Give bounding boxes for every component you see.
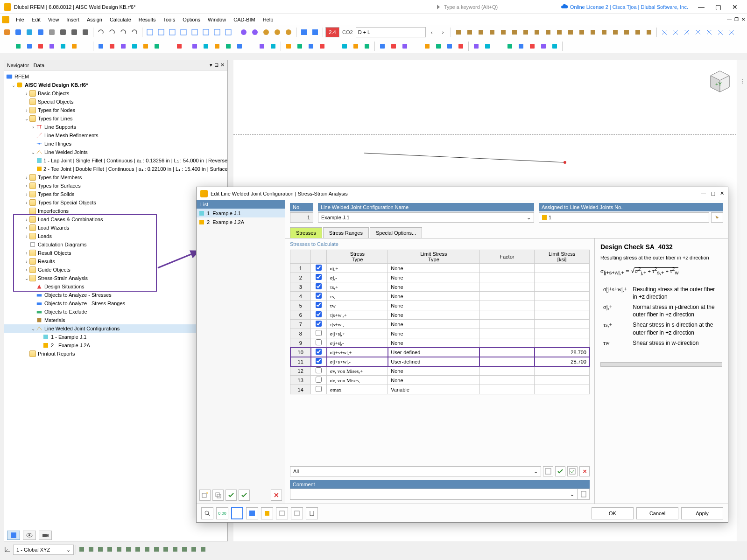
table-row[interactable]: 11σ|j+s+w|,-User-defined28.700 (290, 357, 590, 366)
toolbar1-res-3[interactable] (487, 27, 497, 37)
row-checkbox[interactable] (316, 274, 322, 280)
pick-joints-button[interactable] (711, 212, 723, 223)
table-row[interactable]: 4τs,-None (290, 292, 590, 301)
row-checkbox[interactable] (316, 293, 322, 299)
assigned-joints-field[interactable]: 1 (539, 212, 709, 223)
row-checkbox[interactable] (316, 302, 322, 308)
toolbar2-btn-39[interactable] (456, 41, 466, 51)
comment-lib-button[interactable] (577, 489, 589, 499)
footer-script-button[interactable] (306, 507, 318, 519)
config-name-select[interactable]: Example J.1⌄ (318, 212, 534, 223)
toolbar2-btn-29[interactable] (339, 41, 350, 51)
tab-stress-ranges[interactable]: Stress Ranges (323, 227, 369, 238)
coord-icon[interactable] (4, 546, 11, 554)
tree-item[interactable]: ›Types for Surfaces (4, 182, 227, 190)
toolbar1-undo-2[interactable] (118, 27, 128, 37)
toolbar2-btn-14[interactable] (163, 41, 173, 51)
toolbar2-btn-11[interactable] (129, 41, 140, 51)
toolbar2-btn-12[interactable] (141, 41, 151, 51)
toolbar1-res-2[interactable] (476, 27, 486, 37)
toolbar1-calc-4[interactable] (283, 27, 294, 37)
toolbar2-btn-10[interactable] (118, 41, 128, 51)
toolbar1-btn-7[interactable] (80, 27, 91, 37)
minimize-button[interactable]: — (693, 3, 710, 11)
toolbar2-btn-4[interactable] (47, 41, 57, 51)
table-row[interactable]: 7τ|s+w|,-None (290, 320, 590, 329)
toolbar2-btn-9[interactable] (107, 41, 117, 51)
list-copy-button[interactable] (212, 490, 224, 501)
tree-item[interactable]: Objects to Analyze - Stresses (4, 291, 227, 299)
statusbar-btn-12[interactable] (190, 546, 197, 554)
statusbar-btn-7[interactable] (143, 546, 151, 554)
toolbar1-view-3[interactable] (178, 27, 189, 37)
table-row[interactable]: 8σ|j+s|,+None (290, 329, 590, 338)
footer-box-button[interactable] (231, 507, 243, 519)
nav-tab-views[interactable] (23, 531, 36, 540)
license-link[interactable]: Online License 2 | Cisca Tjoa | Dlubal S… (561, 3, 688, 11)
toolbar2-btn-30[interactable] (351, 41, 361, 51)
toolbar1-end-4[interactable] (704, 27, 714, 37)
table-row[interactable]: 3τs,+None (290, 282, 590, 292)
maximize-button[interactable]: ▢ (710, 3, 726, 11)
toolbar2-btn-36[interactable] (422, 41, 432, 51)
apply-button[interactable]: Apply (681, 507, 723, 519)
toolbar1-view-0[interactable] (145, 27, 155, 37)
help-scrollbar[interactable] (600, 362, 722, 367)
toolbar1-res-7[interactable] (532, 27, 542, 37)
toolbar1-calc-2[interactable] (261, 27, 271, 37)
row-checkbox[interactable] (316, 367, 322, 373)
row-checkbox[interactable] (316, 349, 322, 355)
toolbar1-res-6[interactable] (521, 27, 531, 37)
ok-button[interactable]: OK (592, 507, 634, 519)
tree-item[interactable]: ⌄Types for Lines (4, 114, 227, 123)
comment-field[interactable]: ⌄ (290, 489, 590, 500)
menu-file[interactable]: File (12, 14, 28, 25)
tree-item[interactable]: ›Load Cases & Combinations (4, 215, 227, 224)
menu-tools[interactable]: Tools (159, 14, 179, 25)
tree-item[interactable]: Materials (4, 316, 227, 324)
toolbar2-btn-7[interactable] (80, 41, 91, 51)
mdi-close[interactable]: ✕ (741, 17, 745, 22)
toolbar2-btn-26[interactable] (306, 41, 316, 51)
toolbar2-btn-37[interactable] (433, 41, 444, 51)
list-delete-button[interactable]: ✕ (271, 490, 282, 501)
toolbar1-res-16[interactable] (633, 27, 643, 37)
row-checkbox[interactable] (316, 283, 322, 289)
toolbar2-btn-27[interactable] (317, 41, 327, 51)
nav-close-icon[interactable]: ✕ (220, 62, 225, 68)
footer-zoom-button[interactable] (201, 507, 213, 519)
toolbar1-res-12[interactable] (588, 27, 598, 37)
menu-cad-bim[interactable]: CAD-BIM (230, 14, 259, 25)
tree-root[interactable]: RFEM (4, 72, 227, 81)
tree-item[interactable]: ›Loads (4, 232, 227, 240)
toolbar1-view-7[interactable] (223, 27, 233, 37)
nav-menu-icon[interactable]: ▾ (210, 62, 212, 68)
table-row[interactable]: 6τ|s+w|,+None (290, 310, 590, 320)
toolbar1-undo-0[interactable] (96, 27, 106, 37)
toolbar1-btn-3[interactable] (35, 27, 46, 37)
statusbar-btn-8[interactable] (153, 546, 160, 554)
toolbar2-btn-43[interactable] (505, 41, 515, 51)
table-row[interactable]: 1σj,+None (290, 264, 590, 273)
statusbar-btn-4[interactable] (115, 546, 123, 554)
toolbar1-btn-4[interactable] (47, 27, 57, 37)
tree-item[interactable]: 1 - Lap Joint | Single Fillet | Continuo… (4, 156, 227, 165)
toolbar2-btn-15[interactable] (174, 41, 184, 51)
toolbar1-end-2[interactable] (682, 27, 692, 37)
tree-item[interactable]: ›Types for Nodes (4, 106, 227, 114)
toolbar1-res-0[interactable] (453, 27, 464, 37)
tree-item[interactable]: ›Types for Special Objects (4, 198, 227, 207)
toolbar1-res-4[interactable] (498, 27, 508, 37)
nav-tab-cam[interactable] (39, 531, 52, 540)
list-item[interactable]: 2Example J.2A (197, 217, 285, 226)
row-checkbox[interactable] (316, 358, 322, 364)
table-row[interactable]: 9σ|j+s|,-None (290, 338, 590, 348)
toolbar2-btn-40[interactable] (471, 41, 481, 51)
toolbar2-btn-46[interactable] (538, 41, 549, 51)
statusbar-btn-1[interactable] (87, 546, 95, 554)
toolbar1-end-0[interactable] (659, 27, 669, 37)
menu-window[interactable]: Window (204, 14, 230, 25)
toolbar2-btn-28[interactable] (328, 41, 338, 51)
tab-stresses[interactable]: Stresses (290, 227, 322, 238)
filter-btn1[interactable] (543, 466, 553, 476)
